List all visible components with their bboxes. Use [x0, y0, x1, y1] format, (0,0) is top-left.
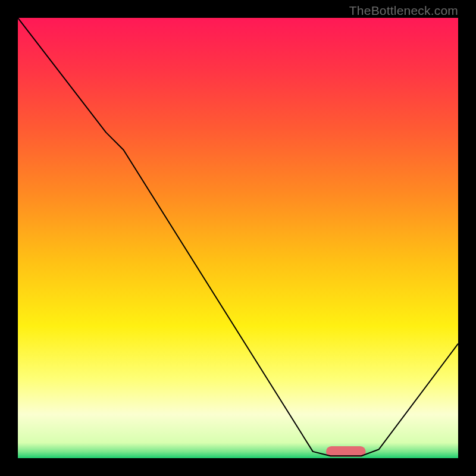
watermark-text: TheBottleneck.com	[349, 4, 458, 18]
bottleneck-chart	[18, 18, 458, 458]
chart-svg	[18, 18, 458, 458]
chart-background	[18, 18, 458, 458]
optimal-zone-marker	[326, 446, 366, 457]
